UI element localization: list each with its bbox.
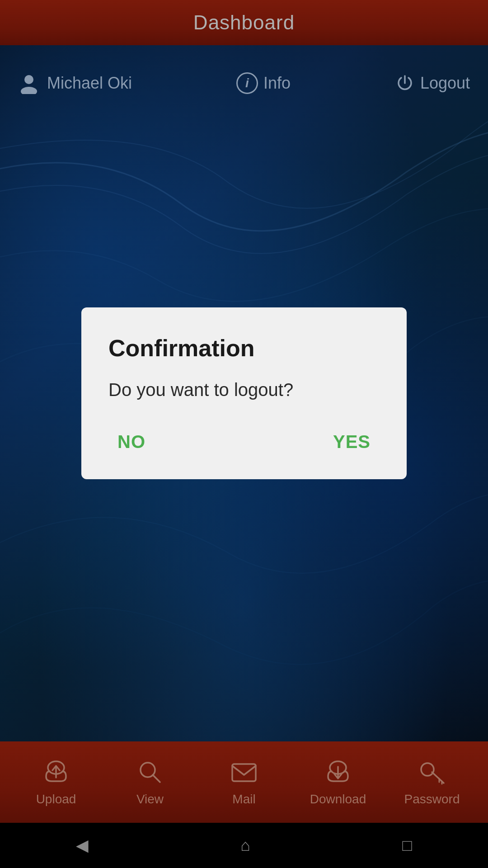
dialog-message: Do you want to logout? [108, 380, 380, 400]
dialog-overlay: Confirmation Do you want to logout? NO Y… [0, 45, 488, 741]
top-bar: Dashboard [0, 0, 488, 45]
main-content: Michael Oki i Info Logout Confirmation D… [0, 45, 488, 741]
nav-label-mail: Mail [232, 792, 255, 807]
system-nav: ◀ ⌂ □ [0, 823, 488, 868]
nav-label-download: Download [310, 792, 366, 807]
page-title: Dashboard [193, 11, 295, 34]
mail-icon [230, 758, 258, 787]
dialog-buttons: NO YES [108, 427, 380, 457]
upload-icon [42, 758, 70, 787]
nav-item-download[interactable]: Download [302, 758, 374, 807]
back-button[interactable]: ◀ [76, 836, 89, 855]
svg-line-4 [153, 775, 160, 782]
yes-button[interactable]: YES [324, 427, 380, 457]
no-button[interactable]: NO [108, 427, 155, 457]
home-button[interactable]: ⌂ [240, 836, 250, 855]
confirmation-dialog: Confirmation Do you want to logout? NO Y… [81, 307, 407, 479]
dialog-title: Confirmation [108, 335, 380, 362]
nav-label-password: Password [404, 792, 460, 807]
nav-item-mail[interactable]: Mail [208, 758, 280, 807]
nav-item-upload[interactable]: Upload [20, 758, 92, 807]
nav-item-view[interactable]: View [114, 758, 186, 807]
nav-item-password[interactable]: Password [396, 758, 468, 807]
bottom-nav: Upload View Mail Download [0, 741, 488, 823]
search-icon [136, 758, 164, 787]
nav-label-upload: Upload [36, 792, 76, 807]
download-icon [324, 758, 352, 787]
nav-label-view: View [136, 792, 164, 807]
key-icon [418, 758, 446, 787]
svg-rect-5 [232, 764, 256, 781]
recents-button[interactable]: □ [402, 836, 412, 855]
svg-point-7 [421, 763, 434, 776]
